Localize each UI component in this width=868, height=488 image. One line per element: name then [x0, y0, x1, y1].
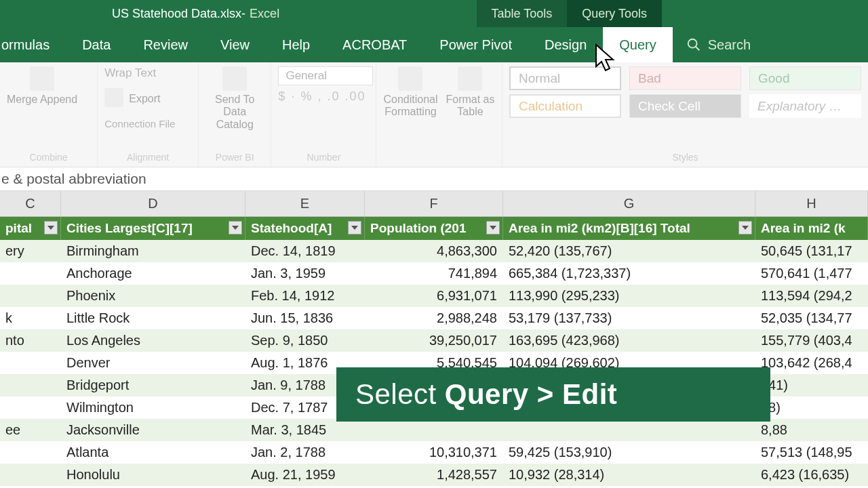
table-row[interactable]: AnchorageJan. 3, 1959741,894665,384 (1,7…	[0, 262, 868, 285]
table-cell[interactable]: 8,88	[755, 419, 868, 441]
table-cell[interactable]: 113,594 (294,2	[755, 285, 868, 307]
table-header-area-land[interactable]: Area in mi2 (k	[755, 217, 868, 240]
table-cell[interactable]: ery	[0, 240, 61, 262]
table-cell[interactable]: 6,931,071	[365, 285, 503, 307]
filter-dropdown-icon[interactable]	[738, 221, 752, 235]
col-header-g[interactable]: G	[503, 191, 755, 216]
table-cell[interactable]: Mar. 3, 1845	[245, 419, 365, 441]
formula-bar[interactable]: e & postal abbreviation	[0, 167, 868, 191]
table-cell[interactable]	[0, 285, 61, 307]
tab-view[interactable]: View	[204, 27, 266, 62]
table-cell[interactable]	[0, 441, 61, 464]
table-cell[interactable]: 4,863,300	[365, 240, 503, 262]
table-cell[interactable]: Jun. 15, 1836	[245, 307, 365, 329]
table-row[interactable]: HonoluluAug. 21, 19591,428,55710,932 (28…	[0, 464, 868, 486]
col-header-d[interactable]: D	[61, 191, 245, 216]
table-cell[interactable]: 155,779 (403,4	[755, 329, 868, 352]
style-good[interactable]: Good	[749, 66, 861, 90]
table-row[interactable]: kLittle RockJun. 15, 18362,988,24853,179…	[0, 307, 868, 329]
merge-append-button[interactable]: Merge Append	[7, 66, 77, 152]
table-cell[interactable]: k	[0, 307, 61, 329]
context-tab-query-tools[interactable]: Query Tools	[567, 0, 662, 27]
table-cell[interactable]: 2,988,248	[365, 307, 503, 329]
table-cell[interactable]: Phoenix	[61, 285, 245, 307]
table-cell[interactable]: 48)	[755, 396, 868, 419]
conditional-formatting-button[interactable]: Conditional Formatting	[383, 66, 437, 152]
table-cell[interactable]	[503, 419, 755, 441]
table-cell[interactable]: 10,932 (28,314)	[503, 464, 755, 486]
connection-file-button[interactable]: Connection File	[104, 118, 175, 129]
col-header-f[interactable]: F	[365, 191, 503, 216]
table-cell[interactable]: Aug. 21, 1959	[245, 464, 365, 486]
tab-review[interactable]: Review	[127, 27, 204, 62]
table-row[interactable]: AtlantaJan. 2, 178810,310,37159,425 (153…	[0, 441, 868, 464]
table-cell[interactable]	[0, 396, 61, 419]
table-header-area-total[interactable]: Area in mi2 (km2)[B][16] Total	[503, 217, 755, 240]
tell-me-search[interactable]: Search	[673, 27, 751, 62]
col-header-e[interactable]: E	[245, 191, 365, 216]
table-cell[interactable]: Feb. 14, 1912	[245, 285, 365, 307]
table-cell[interactable]: 52,420 (135,767)	[503, 240, 755, 262]
table-cell[interactable]: 52,035 (134,77	[755, 307, 868, 329]
context-tab-table-tools[interactable]: Table Tools	[477, 0, 568, 27]
table-cell[interactable]: Atlanta	[61, 441, 245, 464]
table-cell[interactable]: Wilmington	[61, 396, 245, 419]
table-cell[interactable]: 53,179 (137,733)	[503, 307, 755, 329]
table-cell[interactable]: Bridgeport	[61, 374, 245, 396]
table-cell[interactable]: Denver	[61, 352, 245, 374]
table-header-largest-city[interactable]: Cities Largest[C][17]	[61, 217, 245, 240]
table-cell[interactable]: nto	[0, 329, 61, 352]
style-calculation[interactable]: Calculation	[509, 94, 621, 118]
number-format-buttons[interactable]: $ · % , .0 .00	[278, 89, 369, 104]
table-cell[interactable]	[0, 374, 61, 396]
table-row[interactable]: eryBirminghamDec. 14, 18194,863,30052,42…	[0, 240, 868, 262]
table-header-capital[interactable]: pital	[0, 217, 61, 240]
table-cell[interactable]: Jacksonville	[61, 419, 245, 441]
table-cell[interactable]	[365, 419, 503, 441]
filter-dropdown-icon[interactable]	[229, 221, 242, 235]
tab-help[interactable]: Help	[266, 27, 326, 62]
tab-query[interactable]: Query	[603, 27, 672, 62]
filter-dropdown-icon[interactable]	[348, 221, 361, 235]
filter-dropdown-icon[interactable]	[486, 221, 500, 235]
table-cell[interactable]: 665,384 (1,723,337)	[503, 262, 755, 285]
table-cell[interactable]	[0, 262, 61, 285]
table-cell[interactable]: 103,642 (268,4	[755, 352, 868, 374]
table-cell[interactable]: Honolulu	[61, 464, 245, 486]
wrap-text-button[interactable]: Wrap Text	[104, 66, 156, 80]
table-cell[interactable]: Anchorage	[61, 262, 245, 285]
cell-styles-gallery[interactable]: Normal Bad Good Calculation Check Cell E…	[509, 66, 861, 152]
table-row[interactable]: eeJacksonvilleMar. 3, 18458,88	[0, 419, 868, 441]
table-cell[interactable]: Birmingham	[61, 240, 245, 262]
table-cell[interactable]: 163,695 (423,968)	[503, 329, 755, 352]
tab-acrobat[interactable]: ACROBAT	[326, 27, 423, 62]
table-cell[interactable]: Little Rock	[61, 307, 245, 329]
style-check-cell[interactable]: Check Cell	[629, 94, 741, 118]
send-to-data-catalog-button[interactable]: Send To Data Catalog	[205, 66, 264, 152]
table-cell[interactable]: ee	[0, 419, 61, 441]
style-bad[interactable]: Bad	[629, 66, 741, 90]
table-row[interactable]: PhoenixFeb. 14, 19126,931,071113,990 (29…	[0, 285, 868, 307]
table-cell[interactable]: Dec. 14, 1819	[245, 240, 365, 262]
tab-data[interactable]: Data	[66, 27, 127, 62]
table-cell[interactable]: Jan. 2, 1788	[245, 441, 365, 464]
col-header-c[interactable]: C	[0, 191, 61, 216]
table-cell[interactable]: 741,894	[365, 262, 503, 285]
table-cell[interactable]: 570,641 (1,477	[755, 262, 868, 285]
table-cell[interactable]	[0, 464, 61, 486]
style-explanatory[interactable]: Explanatory …	[749, 94, 861, 118]
tab-formulas[interactable]: ormulas	[0, 27, 66, 62]
table-cell[interactable]: 10,310,371	[365, 441, 503, 464]
table-row[interactable]: ntoLos AngelesSep. 9, 185039,250,017163,…	[0, 329, 868, 352]
tab-design[interactable]: Design	[528, 27, 603, 62]
table-cell[interactable]: 113,990 (295,233)	[503, 285, 755, 307]
table-cell[interactable]: 57,513 (148,95	[755, 441, 868, 464]
style-normal[interactable]: Normal	[509, 66, 621, 90]
table-cell[interactable]: 6,423 (16,635)	[755, 464, 868, 486]
number-format-dropdown[interactable]: General	[278, 66, 373, 85]
table-header-population[interactable]: Population (201	[365, 217, 503, 240]
table-cell[interactable]: 1,428,557	[365, 464, 503, 486]
filter-dropdown-icon[interactable]	[44, 221, 58, 235]
table-header-statehood[interactable]: Statehood[A]	[245, 217, 365, 240]
format-as-table-button[interactable]: Format as Table	[446, 66, 494, 152]
